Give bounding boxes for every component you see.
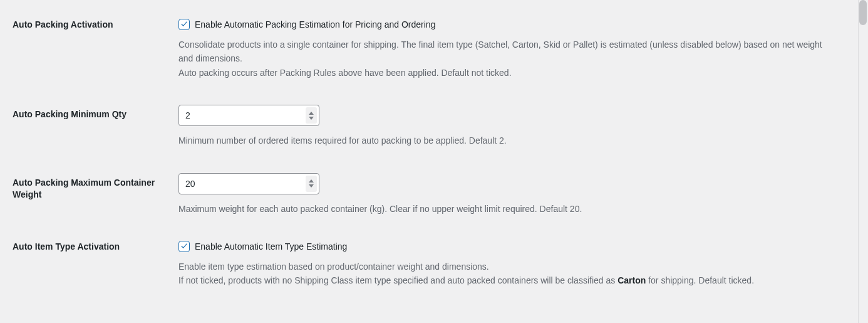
scrollbar[interactable] (858, 0, 868, 307)
description-activation-line2: Auto packing occurs after Packing Rules … (178, 68, 512, 78)
row-max-weight: Auto Packing Maximum Container Weight Ma… (13, 173, 855, 216)
description-item-type-line2-suffix: for shipping. Default ticked. (646, 275, 754, 285)
label-item-type: Auto Item Type Activation (13, 241, 178, 253)
check-icon (180, 20, 189, 29)
row-min-qty: Auto Packing Minimum Qty Minimum number … (13, 105, 855, 147)
field-item-type: Enable Automatic Item Type Estimating En… (178, 241, 855, 288)
description-item-type-line2-prefix: If not ticked, products with no Shipping… (178, 275, 617, 285)
description-activation-line1: Consolidate products into a single conta… (178, 40, 822, 63)
description-item-type-line1: Enable item type estimation based on pro… (178, 262, 489, 272)
row-auto-packing-activation: Auto Packing Activation Enable Automatic… (13, 19, 855, 80)
checkbox-row-item-type: Enable Automatic Item Type Estimating (178, 241, 837, 252)
description-max-weight: Maximum weight for each auto packed cont… (178, 202, 837, 216)
row-item-type: Auto Item Type Activation Enable Automat… (13, 241, 855, 288)
checkbox-auto-packing-activation[interactable] (178, 19, 190, 30)
input-min-qty[interactable] (178, 105, 319, 126)
description-min-qty: Minimum number of ordered items required… (178, 134, 837, 147)
field-max-weight: Maximum weight for each auto packed cont… (178, 173, 855, 216)
input-wrap-min-qty (178, 105, 319, 126)
scrollbar-thumb[interactable] (859, 0, 867, 25)
input-wrap-max-weight (178, 173, 319, 194)
description-item-type-bold: Carton (617, 275, 646, 285)
checkbox-label-item-type[interactable]: Enable Automatic Item Type Estimating (195, 241, 347, 252)
spinner-down-icon[interactable] (309, 117, 314, 120)
description-activation: Consolidate products into a single conta… (178, 38, 837, 80)
input-max-weight[interactable] (178, 173, 319, 194)
settings-form: Auto Packing Activation Enable Automatic… (13, 19, 855, 288)
label-auto-packing-activation: Auto Packing Activation (13, 19, 178, 31)
description-item-type: Enable item type estimation based on pro… (178, 260, 837, 288)
check-icon (180, 242, 189, 251)
checkbox-row-activation: Enable Automatic Packing Estimation for … (178, 19, 837, 30)
checkbox-item-type[interactable] (178, 241, 190, 252)
label-min-qty: Auto Packing Minimum Qty (13, 105, 178, 121)
spinner-up-icon[interactable] (309, 179, 314, 183)
field-min-qty: Minimum number of ordered items required… (178, 105, 855, 147)
field-auto-packing-activation: Enable Automatic Packing Estimation for … (178, 19, 855, 80)
spinner-up-icon[interactable] (309, 112, 314, 115)
spinner-max-weight (306, 176, 317, 192)
spinner-down-icon[interactable] (309, 184, 314, 188)
label-max-weight: Auto Packing Maximum Container Weight (13, 173, 178, 201)
checkbox-label-activation[interactable]: Enable Automatic Packing Estimation for … (195, 19, 435, 29)
spinner-min-qty (306, 107, 317, 124)
